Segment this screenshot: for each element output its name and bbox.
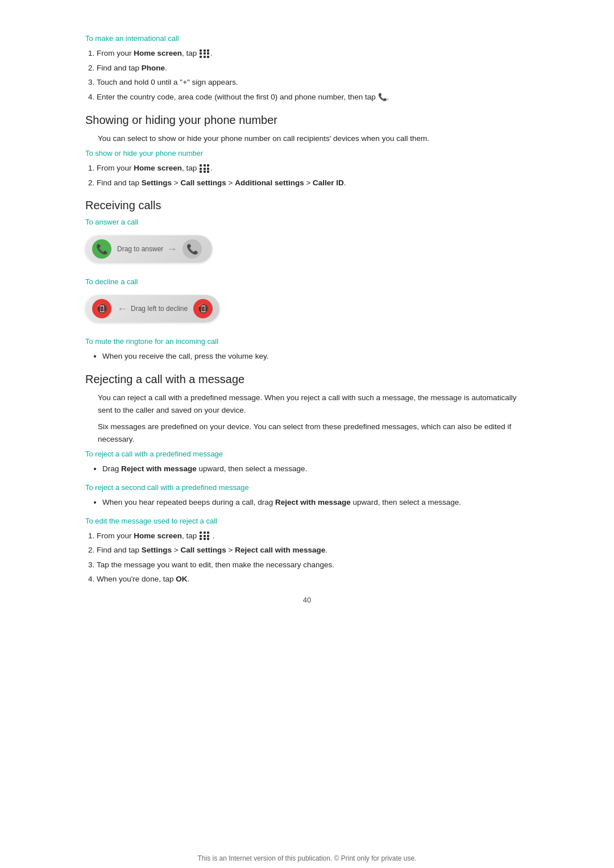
apps-icon-3 xyxy=(200,531,210,540)
showing-hiding-title: Showing or hiding your phone number xyxy=(85,114,529,127)
edit-heading: To edit the message used to reject a cal… xyxy=(85,517,529,525)
international-call-steps: From your Home screen, tap . Find and ta… xyxy=(97,47,529,103)
rejecting-para-1: You can reject a call with a predefined … xyxy=(98,392,529,416)
answer-label: Drag to answer → xyxy=(117,243,177,255)
answer-call-heading: To answer a call xyxy=(85,218,529,226)
settings-bold-2: Settings xyxy=(142,546,172,554)
second-predefined-heading: To reject a second call with a predefine… xyxy=(85,483,529,492)
edit-step-2: Find and tap Settings > Call settings > … xyxy=(97,544,529,556)
rejecting-section: Rejecting a call with a message You can … xyxy=(85,373,529,585)
mute-heading: To mute the ringtone for an incoming cal… xyxy=(85,337,529,346)
edit-step-1-text: From your Home screen, tap . xyxy=(97,531,215,540)
mute-block: To mute the ringtone for an incoming cal… xyxy=(85,337,529,363)
step-1-text: From your Home screen, tap . xyxy=(97,49,213,57)
show-hide-step-2: Find and tap Settings > Call settings > … xyxy=(97,177,529,189)
edit-block: To edit the message used to reject a cal… xyxy=(85,517,529,585)
home-screen-bold: Home screen xyxy=(134,49,182,57)
decline-icon-right: 📵 xyxy=(193,299,213,318)
show-hide-sub-heading: To show or hide your phone number xyxy=(85,149,529,157)
arrow-left-icon: ← xyxy=(117,303,127,315)
second-predefined-item: When you hear repeated beeps during a ca… xyxy=(102,496,529,509)
end-icon: 📞 xyxy=(182,239,202,259)
apps-icon-1 xyxy=(200,49,210,58)
second-predefined-text: When you hear repeated beeps during a ca… xyxy=(102,498,461,506)
showing-hiding-description: You can select to show or hide your phon… xyxy=(98,132,529,145)
edit-step-1: From your Home screen, tap . xyxy=(97,530,529,542)
drag-decline-label: Drag left to decline xyxy=(131,305,188,313)
page-content: To make an international call From your … xyxy=(85,0,529,844)
drag-label: Drag to answer xyxy=(117,245,163,253)
page-number: 40 xyxy=(85,596,529,604)
settings-bold: Settings xyxy=(142,178,172,187)
answer-call-ui: 📞 Drag to answer → 📞 xyxy=(85,235,212,263)
decline-label: ← Drag left to decline xyxy=(117,303,188,315)
predefined-list: Drag Reject with message upward, then se… xyxy=(102,463,529,475)
second-predefined-block: To reject a second call with a predefine… xyxy=(85,483,529,509)
showing-hiding-section: Showing or hiding your phone number You … xyxy=(85,114,529,189)
step-4-text: Enter the country code, area code (witho… xyxy=(97,93,389,101)
show-hide-step-1: From your Home screen, tap . xyxy=(97,162,529,175)
mute-item: When you receive the call, press the vol… xyxy=(102,350,529,363)
arrow-right-icon: → xyxy=(167,243,177,255)
phone-bold: Phone xyxy=(142,64,165,72)
edit-step-3-text: Tap the message you want to edit, then m… xyxy=(97,560,334,569)
additional-settings-bold: Additional settings xyxy=(235,178,304,187)
home-screen-bold-2: Home screen xyxy=(134,164,182,172)
caller-id-bold: Caller ID xyxy=(313,178,344,187)
decline-call-ui: 📵 ← Drag left to decline 📵 xyxy=(85,295,219,322)
decline-icon-left: 📵 xyxy=(92,299,111,318)
international-call-heading: To make an international call xyxy=(85,34,529,43)
apps-icon-2 xyxy=(200,164,210,173)
decline-call-heading: To decline a call xyxy=(85,277,529,286)
step-2: Find and tap Phone. xyxy=(97,62,529,74)
call-symbol-1: 📞 xyxy=(378,93,387,101)
edit-steps: From your Home screen, tap . Find and ta… xyxy=(97,530,529,585)
reject-bold-1: Reject with message xyxy=(121,464,197,473)
reject-bold-2: Reject with message xyxy=(275,498,351,506)
predefined-heading: To reject a call with a predefined messa… xyxy=(85,450,529,458)
mute-list: When you receive the call, press the vol… xyxy=(102,350,529,363)
show-hide-step-2-text: Find and tap Settings > Call settings > … xyxy=(97,178,346,187)
reject-call-message-bold: Reject call with message xyxy=(235,546,325,554)
receiving-calls-title: Receiving calls xyxy=(85,199,529,212)
answer-call-block: To answer a call 📞 Drag to answer → 📞 xyxy=(85,218,529,269)
step-3: Touch and hold 0 until a "+" sign appear… xyxy=(97,76,529,89)
predefined-item: Drag Reject with message upward, then se… xyxy=(102,463,529,475)
footer: This is an Internet version of this publ… xyxy=(0,844,614,868)
home-screen-bold-3: Home screen xyxy=(134,531,182,540)
step-1: From your Home screen, tap . xyxy=(97,47,529,60)
show-hide-steps: From your Home screen, tap . Find and ta… xyxy=(97,162,529,189)
call-settings-bold: Call settings xyxy=(180,178,226,187)
answer-icon: 📞 xyxy=(92,239,111,259)
edit-step-2-text: Find and tap Settings > Call settings > … xyxy=(97,546,327,554)
edit-step-4: When you're done, tap OK. xyxy=(97,573,529,585)
international-call-section: To make an international call From your … xyxy=(85,34,529,103)
predefined-text: Drag Reject with message upward, then se… xyxy=(102,464,307,473)
step-3-text: Touch and hold 0 until a "+" sign appear… xyxy=(97,78,238,86)
receiving-calls-section: Receiving calls To answer a call 📞 Drag … xyxy=(85,199,529,363)
step-2-text: Find and tap Phone. xyxy=(97,64,167,72)
predefined-block: To reject a call with a predefined messa… xyxy=(85,450,529,475)
step-4: Enter the country code, area code (witho… xyxy=(97,91,529,103)
edit-step-3: Tap the message you want to edit, then m… xyxy=(97,559,529,571)
show-hide-step-1-text: From your Home screen, tap . xyxy=(97,164,213,172)
second-predefined-list: When you hear repeated beeps during a ca… xyxy=(102,496,529,509)
edit-step-4-text: When you're done, tap OK. xyxy=(97,575,189,583)
rejecting-title: Rejecting a call with a message xyxy=(85,373,529,386)
ok-bold: OK xyxy=(176,575,187,583)
rejecting-para-2: Six messages are predefined on your devi… xyxy=(98,421,529,445)
decline-call-block: To decline a call 📵 ← Drag left to decli… xyxy=(85,277,529,329)
call-settings-bold-2: Call settings xyxy=(180,546,226,554)
